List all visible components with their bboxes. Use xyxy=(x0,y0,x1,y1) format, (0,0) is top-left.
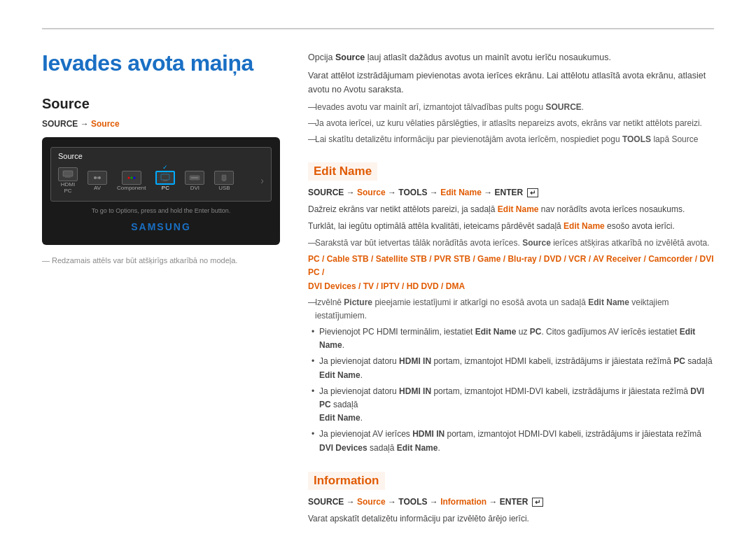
svg-rect-11 xyxy=(191,177,198,178)
source-link: Source xyxy=(671,134,698,144)
tv-hint: To go to Options, press and hold the Ent… xyxy=(50,207,272,214)
av-icon-box xyxy=(88,171,107,185)
tv-screen: Source HDMIPC xyxy=(42,137,280,245)
source-item-dvi: DVI xyxy=(185,171,204,191)
left-column: Ievades avota maiņa Source SOURCE → Sour… xyxy=(42,50,280,529)
nav-path-static: SOURCE → xyxy=(42,119,91,129)
edit-name-bold-3: Edit Name xyxy=(588,297,629,307)
enter-icon: ↵ xyxy=(527,188,538,197)
intro-text-1: Opcija Source ļauj atlasīt dažādus avotu… xyxy=(308,50,714,64)
dot-1: Pievienojot PC HDMI terminālim, iestatie… xyxy=(308,325,714,352)
dot4-dvi: DVI Devices xyxy=(319,443,368,453)
information-path: SOURCE → Source → TOOLS → Information → … xyxy=(308,497,714,507)
dot-4: Ja pievienojat AV ierīces HDMI IN portam… xyxy=(308,428,714,454)
information-heading: Information xyxy=(308,472,385,490)
dot1-pc: PC xyxy=(530,327,542,337)
source-item-usb: USB xyxy=(214,171,234,191)
pc-label: PC xyxy=(162,185,169,191)
section-title: Source xyxy=(42,96,280,112)
source-item-component: Component xyxy=(117,171,146,191)
dot4-edit: Edit Name xyxy=(397,443,438,453)
intro-bold-source: Source xyxy=(335,52,365,62)
svg-point-4 xyxy=(97,176,99,178)
hdmi-label: HDMIPC xyxy=(61,181,75,194)
svg-point-5 xyxy=(127,176,130,178)
svg-rect-1 xyxy=(65,176,71,178)
component-label: Component xyxy=(117,185,146,191)
information-desc: Varat apskatīt detalizētu informāciju pa… xyxy=(308,512,714,526)
dot-3: Ja pievienojat datoru HDMI IN portam, iz… xyxy=(308,385,714,426)
samsung-logo-text: SAMSUNG xyxy=(131,221,191,232)
info-source-link: Source xyxy=(357,497,386,507)
nav-path: SOURCE → Source xyxy=(42,119,280,129)
svg-point-2 xyxy=(94,176,97,179)
pc-icon-box xyxy=(155,171,175,185)
nav-highlight: Source xyxy=(91,119,120,129)
bullet-1: Ievades avotu var mainīt arī, izmantojot… xyxy=(308,101,714,114)
edit-desc-1: Dažreiz ekrāns var netikt attēlots parei… xyxy=(308,203,714,216)
source-bar-title: Source xyxy=(58,152,264,160)
bullet-3: Lai skatītu detalizētu informāciju par p… xyxy=(308,133,714,146)
page-title: Ievades avota maiņa xyxy=(42,50,280,76)
dvi-label: DVI xyxy=(190,185,200,191)
dot3-dvipc: DVI PC xyxy=(319,386,704,409)
footnote: Redzamais attēls var būt atšķirīgs atkar… xyxy=(42,256,280,265)
svg-rect-13 xyxy=(223,181,225,181)
top-rule xyxy=(42,28,714,29)
av-label: AV xyxy=(94,185,101,191)
tools-bold: TOOLS xyxy=(622,134,651,144)
bullet-2: Ja avota ierīcei, uz kuru vēlaties pārsl… xyxy=(308,117,714,130)
picture-bold: Picture xyxy=(344,297,372,307)
right-column: Opcija Source ļauj atlasīt dažādus avotu… xyxy=(308,50,714,529)
svg-rect-12 xyxy=(222,175,226,181)
dvi-icon-box xyxy=(185,171,204,185)
dot3-hdmi: HDMI IN xyxy=(399,386,431,396)
dot2-pc: PC xyxy=(673,356,685,366)
orange-device-list: PC / Cable STB / Satellite STB / PVR STB… xyxy=(308,253,714,293)
source-item-pc: ✓ PC xyxy=(155,171,175,191)
dot2-edit: Edit Name xyxy=(319,370,360,380)
content-columns: Ievades avota maiņa Source SOURCE → Sour… xyxy=(42,50,714,529)
svg-rect-9 xyxy=(163,180,167,181)
edit-bullet-picture: Izvēlnē Picture pieejamie iestatījumi ir… xyxy=(308,296,714,323)
edit-name-heading: Edit Name xyxy=(308,162,377,181)
source-item-av: AV xyxy=(88,171,107,191)
hdmi-icon-box xyxy=(58,167,78,181)
source-bar: Source HDMIPC xyxy=(50,147,272,202)
source-bold-inline: Source xyxy=(522,238,551,248)
edit-name-source-link: Source xyxy=(357,188,386,197)
dot1-edit: Edit Name xyxy=(475,327,517,337)
samsung-logo: SAMSUNG xyxy=(50,221,272,232)
edit-name-bold-1: Edit Name xyxy=(498,204,539,214)
usb-label: USB xyxy=(218,185,230,191)
page-container: Ievades avota maiņa Source SOURCE → Sour… xyxy=(0,0,756,534)
source-item-hdmi: HDMIPC xyxy=(58,167,78,194)
source-icons-row: HDMIPC AV xyxy=(58,164,264,197)
orange-list-2: DVI Devices / TV / IPTV / HD DVD / DMA xyxy=(308,281,465,291)
svg-point-3 xyxy=(98,176,101,179)
svg-point-6 xyxy=(130,176,132,178)
svg-rect-0 xyxy=(63,171,73,176)
edit-name-bold-2: Edit Name xyxy=(564,221,605,231)
orange-list: PC / Cable STB / Satellite STB / PVR STB… xyxy=(308,254,714,277)
dot-2: Ja pievienojat datoru HDMI IN portam, iz… xyxy=(308,355,714,381)
component-icon-box xyxy=(122,171,141,185)
svg-point-7 xyxy=(133,176,135,178)
edit-desc-2: Turklāt, lai iegūtu optimālā attēla kval… xyxy=(308,220,714,233)
edit-name-path: SOURCE → Source → TOOLS → Edit Name → EN… xyxy=(308,188,714,197)
info-enter-icon: ↵ xyxy=(532,498,543,507)
dot3-edit: Edit Name xyxy=(319,413,360,423)
info-link: Information xyxy=(440,497,486,507)
usb-icon-box xyxy=(214,171,234,185)
intro-text-2: Varat attēlot izstrādājumam pievienotas … xyxy=(308,69,714,97)
dot4-hdmi: HDMI IN xyxy=(412,429,444,439)
dot2-hdmi: HDMI IN xyxy=(399,356,431,366)
edit-bullet-source: Sarakstā var būt ietvertas tālāk norādīt… xyxy=(308,237,714,250)
chevron-right-icon: › xyxy=(260,175,264,186)
svg-rect-8 xyxy=(161,174,169,180)
bullet-1-bold: SOURCE xyxy=(546,102,582,112)
edit-name-link: Edit Name xyxy=(440,188,482,197)
